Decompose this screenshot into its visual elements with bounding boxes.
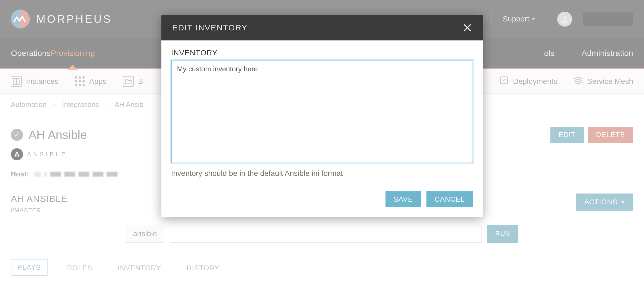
close-icon[interactable] [463, 23, 472, 32]
inventory-field-label: INVENTORY [171, 49, 473, 57]
edit-inventory-modal: EDIT INVENTORY INVENTORY Inventory shoul… [161, 15, 483, 217]
save-button[interactable]: SAVE [385, 191, 421, 207]
modal-overlay: EDIT INVENTORY INVENTORY Inventory shoul… [0, 0, 644, 298]
inventory-help-text: Inventory should be in the default Ansib… [171, 169, 473, 178]
inventory-textarea[interactable] [171, 60, 473, 163]
modal-title: EDIT INVENTORY [172, 23, 248, 32]
modal-header: EDIT INVENTORY [161, 15, 483, 40]
cancel-button[interactable]: CANCEL [426, 191, 473, 207]
